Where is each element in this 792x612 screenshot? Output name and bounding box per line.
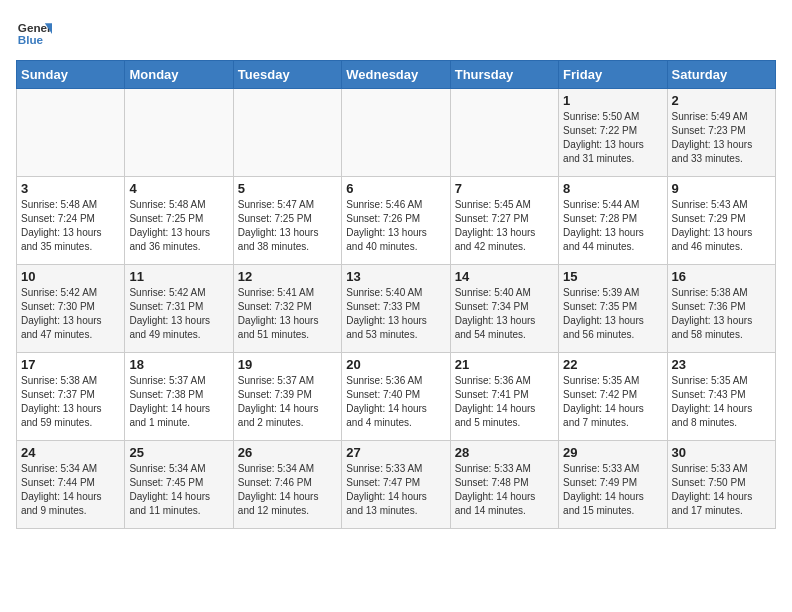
day-number: 21 [455, 357, 554, 372]
day-number: 24 [21, 445, 120, 460]
calendar-header-thursday: Thursday [450, 61, 558, 89]
day-info: Sunrise: 5:34 AMSunset: 7:44 PMDaylight:… [21, 462, 120, 518]
calendar-cell: 8Sunrise: 5:44 AMSunset: 7:28 PMDaylight… [559, 177, 667, 265]
day-number: 20 [346, 357, 445, 372]
calendar-cell: 23Sunrise: 5:35 AMSunset: 7:43 PMDayligh… [667, 353, 775, 441]
day-info: Sunrise: 5:38 AMSunset: 7:36 PMDaylight:… [672, 286, 771, 342]
day-number: 2 [672, 93, 771, 108]
svg-text:Blue: Blue [18, 33, 44, 46]
day-number: 3 [21, 181, 120, 196]
day-number: 19 [238, 357, 337, 372]
calendar-week-3: 10Sunrise: 5:42 AMSunset: 7:30 PMDayligh… [17, 265, 776, 353]
calendar-cell: 15Sunrise: 5:39 AMSunset: 7:35 PMDayligh… [559, 265, 667, 353]
day-number: 11 [129, 269, 228, 284]
day-info: Sunrise: 5:33 AMSunset: 7:47 PMDaylight:… [346, 462, 445, 518]
day-number: 16 [672, 269, 771, 284]
day-number: 7 [455, 181, 554, 196]
calendar-cell [125, 89, 233, 177]
day-info: Sunrise: 5:33 AMSunset: 7:50 PMDaylight:… [672, 462, 771, 518]
day-number: 6 [346, 181, 445, 196]
calendar-cell: 25Sunrise: 5:34 AMSunset: 7:45 PMDayligh… [125, 441, 233, 529]
calendar-header-monday: Monday [125, 61, 233, 89]
day-info: Sunrise: 5:35 AMSunset: 7:43 PMDaylight:… [672, 374, 771, 430]
calendar-week-2: 3Sunrise: 5:48 AMSunset: 7:24 PMDaylight… [17, 177, 776, 265]
day-number: 10 [21, 269, 120, 284]
day-number: 28 [455, 445, 554, 460]
day-info: Sunrise: 5:36 AMSunset: 7:40 PMDaylight:… [346, 374, 445, 430]
day-number: 13 [346, 269, 445, 284]
calendar: SundayMondayTuesdayWednesdayThursdayFrid… [16, 60, 776, 529]
calendar-cell: 28Sunrise: 5:33 AMSunset: 7:48 PMDayligh… [450, 441, 558, 529]
day-info: Sunrise: 5:44 AMSunset: 7:28 PMDaylight:… [563, 198, 662, 254]
calendar-cell: 24Sunrise: 5:34 AMSunset: 7:44 PMDayligh… [17, 441, 125, 529]
calendar-cell: 13Sunrise: 5:40 AMSunset: 7:33 PMDayligh… [342, 265, 450, 353]
calendar-header-sunday: Sunday [17, 61, 125, 89]
calendar-cell: 3Sunrise: 5:48 AMSunset: 7:24 PMDaylight… [17, 177, 125, 265]
calendar-header-friday: Friday [559, 61, 667, 89]
day-info: Sunrise: 5:48 AMSunset: 7:24 PMDaylight:… [21, 198, 120, 254]
day-info: Sunrise: 5:41 AMSunset: 7:32 PMDaylight:… [238, 286, 337, 342]
calendar-cell [342, 89, 450, 177]
day-info: Sunrise: 5:34 AMSunset: 7:46 PMDaylight:… [238, 462, 337, 518]
day-number: 30 [672, 445, 771, 460]
day-number: 8 [563, 181, 662, 196]
day-number: 15 [563, 269, 662, 284]
day-info: Sunrise: 5:38 AMSunset: 7:37 PMDaylight:… [21, 374, 120, 430]
day-info: Sunrise: 5:45 AMSunset: 7:27 PMDaylight:… [455, 198, 554, 254]
day-number: 14 [455, 269, 554, 284]
day-number: 9 [672, 181, 771, 196]
calendar-cell: 20Sunrise: 5:36 AMSunset: 7:40 PMDayligh… [342, 353, 450, 441]
calendar-header-row: SundayMondayTuesdayWednesdayThursdayFrid… [17, 61, 776, 89]
day-info: Sunrise: 5:34 AMSunset: 7:45 PMDaylight:… [129, 462, 228, 518]
day-info: Sunrise: 5:46 AMSunset: 7:26 PMDaylight:… [346, 198, 445, 254]
calendar-cell: 19Sunrise: 5:37 AMSunset: 7:39 PMDayligh… [233, 353, 341, 441]
logo-icon: General Blue [16, 16, 52, 52]
day-info: Sunrise: 5:39 AMSunset: 7:35 PMDaylight:… [563, 286, 662, 342]
day-info: Sunrise: 5:37 AMSunset: 7:38 PMDaylight:… [129, 374, 228, 430]
page-header: General Blue [16, 16, 776, 52]
calendar-cell: 17Sunrise: 5:38 AMSunset: 7:37 PMDayligh… [17, 353, 125, 441]
day-info: Sunrise: 5:40 AMSunset: 7:33 PMDaylight:… [346, 286, 445, 342]
calendar-cell: 14Sunrise: 5:40 AMSunset: 7:34 PMDayligh… [450, 265, 558, 353]
calendar-cell: 10Sunrise: 5:42 AMSunset: 7:30 PMDayligh… [17, 265, 125, 353]
day-info: Sunrise: 5:49 AMSunset: 7:23 PMDaylight:… [672, 110, 771, 166]
day-number: 17 [21, 357, 120, 372]
calendar-header-saturday: Saturday [667, 61, 775, 89]
calendar-cell: 29Sunrise: 5:33 AMSunset: 7:49 PMDayligh… [559, 441, 667, 529]
day-number: 27 [346, 445, 445, 460]
calendar-cell: 2Sunrise: 5:49 AMSunset: 7:23 PMDaylight… [667, 89, 775, 177]
day-info: Sunrise: 5:33 AMSunset: 7:49 PMDaylight:… [563, 462, 662, 518]
day-number: 22 [563, 357, 662, 372]
calendar-cell: 6Sunrise: 5:46 AMSunset: 7:26 PMDaylight… [342, 177, 450, 265]
calendar-cell: 16Sunrise: 5:38 AMSunset: 7:36 PMDayligh… [667, 265, 775, 353]
day-number: 26 [238, 445, 337, 460]
day-info: Sunrise: 5:40 AMSunset: 7:34 PMDaylight:… [455, 286, 554, 342]
day-info: Sunrise: 5:42 AMSunset: 7:31 PMDaylight:… [129, 286, 228, 342]
calendar-week-4: 17Sunrise: 5:38 AMSunset: 7:37 PMDayligh… [17, 353, 776, 441]
day-info: Sunrise: 5:37 AMSunset: 7:39 PMDaylight:… [238, 374, 337, 430]
calendar-header-wednesday: Wednesday [342, 61, 450, 89]
day-number: 29 [563, 445, 662, 460]
calendar-header-tuesday: Tuesday [233, 61, 341, 89]
day-number: 18 [129, 357, 228, 372]
calendar-cell [233, 89, 341, 177]
calendar-cell: 12Sunrise: 5:41 AMSunset: 7:32 PMDayligh… [233, 265, 341, 353]
day-info: Sunrise: 5:48 AMSunset: 7:25 PMDaylight:… [129, 198, 228, 254]
calendar-cell: 4Sunrise: 5:48 AMSunset: 7:25 PMDaylight… [125, 177, 233, 265]
day-info: Sunrise: 5:47 AMSunset: 7:25 PMDaylight:… [238, 198, 337, 254]
day-info: Sunrise: 5:50 AMSunset: 7:22 PMDaylight:… [563, 110, 662, 166]
calendar-cell: 11Sunrise: 5:42 AMSunset: 7:31 PMDayligh… [125, 265, 233, 353]
calendar-cell: 30Sunrise: 5:33 AMSunset: 7:50 PMDayligh… [667, 441, 775, 529]
calendar-week-5: 24Sunrise: 5:34 AMSunset: 7:44 PMDayligh… [17, 441, 776, 529]
logo: General Blue [16, 16, 52, 52]
day-number: 1 [563, 93, 662, 108]
day-number: 23 [672, 357, 771, 372]
calendar-cell: 22Sunrise: 5:35 AMSunset: 7:42 PMDayligh… [559, 353, 667, 441]
calendar-cell: 9Sunrise: 5:43 AMSunset: 7:29 PMDaylight… [667, 177, 775, 265]
day-number: 5 [238, 181, 337, 196]
day-info: Sunrise: 5:42 AMSunset: 7:30 PMDaylight:… [21, 286, 120, 342]
calendar-cell: 18Sunrise: 5:37 AMSunset: 7:38 PMDayligh… [125, 353, 233, 441]
day-info: Sunrise: 5:33 AMSunset: 7:48 PMDaylight:… [455, 462, 554, 518]
calendar-week-1: 1Sunrise: 5:50 AMSunset: 7:22 PMDaylight… [17, 89, 776, 177]
day-info: Sunrise: 5:35 AMSunset: 7:42 PMDaylight:… [563, 374, 662, 430]
